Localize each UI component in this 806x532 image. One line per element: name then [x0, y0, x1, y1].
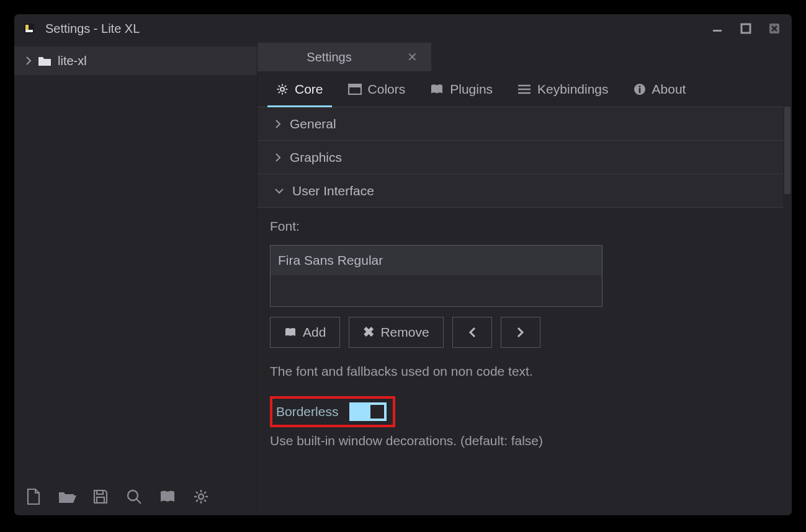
settings-tab-keybindings[interactable]: Keybindings: [505, 71, 620, 107]
section-graphics-label: Graphics: [290, 150, 342, 165]
close-icon: ✖: [363, 324, 374, 340]
project-tree: lite-xl: [14, 43, 257, 478]
window-title: Settings - Lite XL: [45, 22, 140, 36]
app-icon: [23, 22, 35, 35]
tree-root-item[interactable]: lite-xl: [14, 47, 257, 75]
section-graphics[interactable]: Graphics: [257, 141, 783, 174]
document-tab-bar: Settings ✕: [257, 43, 792, 71]
borderless-caption: Use built-in window decorations. (defaul…: [270, 433, 771, 448]
settings-tab-colors[interactable]: Colors: [336, 71, 418, 107]
svg-point-14: [638, 85, 640, 87]
move-font-right-button[interactable]: [501, 317, 540, 348]
remove-font-button[interactable]: ✖ Remove: [349, 317, 443, 348]
chevron-down-icon: [275, 188, 284, 194]
settings-tab-plugins[interactable]: Plugins: [418, 71, 505, 107]
ui-section-body: Font: Fira Sans Regular Add: [257, 208, 783, 454]
window-close[interactable]: [766, 20, 783, 37]
svg-point-8: [128, 490, 138, 500]
font-listbox[interactable]: Fira Sans Regular: [270, 245, 602, 307]
tree-root-label: lite-xl: [58, 54, 87, 68]
settings-tab-plugins-label: Plugins: [450, 82, 493, 97]
sidebar: lite-xl: [14, 43, 257, 515]
borderless-label: Borderless: [276, 404, 338, 419]
book-icon: [430, 84, 444, 95]
add-font-button[interactable]: Add: [270, 317, 340, 348]
settings-tab-core-label: Core: [295, 82, 323, 97]
search-icon[interactable]: [125, 487, 143, 506]
window-maximize[interactable]: [737, 20, 755, 37]
settings-tab-core[interactable]: Core: [264, 71, 336, 107]
toggle-knob: [370, 405, 384, 419]
settings-tab-keybindings-label: Keybindings: [537, 82, 608, 97]
svg-rect-15: [638, 88, 640, 93]
window-icon: [348, 84, 362, 95]
app-window: Settings - Lite XL lite-xl: [14, 14, 792, 516]
gear-icon: [276, 83, 289, 95]
borderless-setting-highlight: Borderless: [270, 396, 395, 427]
svg-point-10: [280, 87, 284, 91]
gear-icon[interactable]: [192, 487, 210, 506]
font-label: Font:: [270, 219, 771, 234]
document-tab-label: Settings: [271, 50, 387, 64]
font-item[interactable]: Fira Sans Regular: [271, 246, 602, 275]
svg-rect-3: [713, 30, 722, 32]
chevron-right-icon: [275, 153, 281, 162]
settings-tab-colors-label: Colors: [368, 82, 406, 97]
section-general[interactable]: General: [257, 107, 783, 141]
window-minimize[interactable]: [709, 20, 726, 37]
open-folder-icon[interactable]: [58, 487, 76, 506]
book-icon: [284, 327, 297, 337]
section-general-label: General: [290, 117, 336, 131]
chevron-right-icon: [517, 327, 524, 338]
svg-rect-7: [97, 497, 104, 503]
svg-point-9: [199, 494, 204, 499]
svg-rect-6: [97, 490, 103, 494]
font-button-row: Add ✖ Remove: [270, 317, 771, 348]
svg-rect-12: [349, 84, 361, 87]
add-button-label: Add: [303, 325, 326, 340]
list-icon: [517, 84, 531, 95]
remove-button-label: Remove: [380, 325, 429, 340]
svg-rect-2: [25, 30, 33, 32]
section-ui-label: User Interface: [292, 184, 374, 198]
document-tab-settings[interactable]: Settings ✕: [257, 43, 431, 71]
titlebar: Settings - Lite XL: [14, 14, 792, 43]
chevron-left-icon: [468, 327, 476, 338]
new-file-icon[interactable]: [24, 487, 43, 506]
save-icon[interactable]: [91, 487, 110, 506]
settings-tab-about-label: About: [652, 82, 686, 97]
scrollbar[interactable]: [784, 107, 790, 194]
close-icon[interactable]: ✕: [407, 50, 418, 64]
folder-icon: [38, 55, 51, 66]
sidebar-toolbar: [14, 478, 257, 515]
info-icon: [634, 83, 646, 95]
book-icon[interactable]: [158, 487, 177, 506]
chevron-right-icon: [275, 120, 281, 128]
svg-rect-4: [741, 24, 750, 33]
settings-scroll: General Graphics User Interface: [257, 107, 792, 515]
settings-tab-strip: Core Colors Plugins: [257, 71, 792, 107]
editor-area: Settings ✕ Core Colors: [257, 43, 792, 515]
font-description: The font and fallbacks used on non code …: [270, 364, 771, 379]
move-font-left-button[interactable]: [452, 317, 492, 348]
settings-tab-about[interactable]: About: [621, 71, 699, 107]
chevron-right-icon: [25, 56, 32, 65]
section-user-interface[interactable]: User Interface: [257, 174, 783, 208]
borderless-toggle[interactable]: [349, 402, 387, 421]
